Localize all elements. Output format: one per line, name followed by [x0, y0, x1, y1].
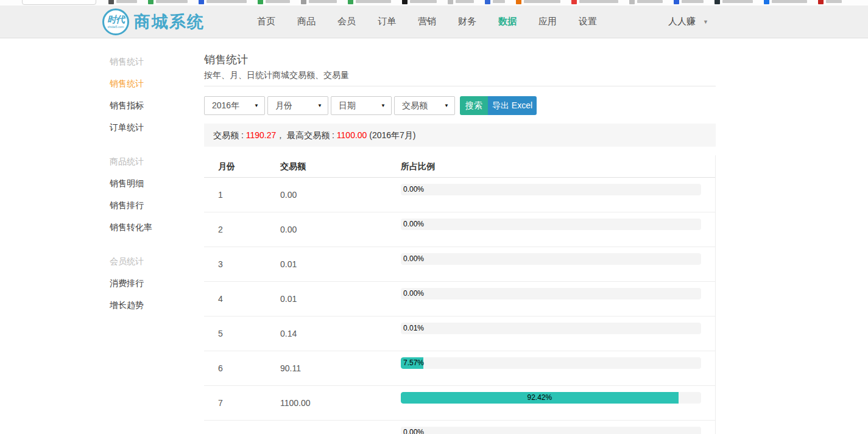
col-header-month: 月份 [204, 155, 280, 177]
bookmark-item[interactable] [571, 0, 618, 4]
cell-amount: 0.00 [280, 178, 401, 212]
page-title: 销售统计 [204, 54, 716, 66]
percent-bar-label: 92.42% [401, 393, 679, 403]
bookmark-label [524, 0, 560, 3]
metric-select[interactable]: 交易额 ▼ [394, 96, 455, 115]
table-row: 50.140.01% [204, 317, 715, 351]
table-row: 10.000.00% [204, 178, 715, 212]
nav-item-应用[interactable]: 应用 [528, 16, 568, 27]
sidebar-item-销售指标[interactable]: 销售指标 [110, 94, 195, 116]
nav-item-首页[interactable]: 首页 [246, 16, 286, 27]
bookmark-item[interactable] [674, 0, 704, 4]
bookmark-item[interactable] [448, 0, 474, 4]
bookmark-favicon-icon [108, 0, 114, 4]
sidebar-item-销售明细[interactable]: 销售明细 [110, 172, 195, 194]
user-menu-label: 人人赚 [668, 16, 696, 27]
chevron-down-icon: ▼ [317, 97, 322, 114]
bookmark-item[interactable] [764, 0, 807, 4]
year-select[interactable]: 2016年 ▼ [204, 96, 265, 115]
sidebar-group-会员统计: 会员统计 [110, 250, 195, 272]
bookmark-label [206, 0, 247, 3]
bookmark-item[interactable] [108, 0, 137, 4]
percent-bar-track: 0.00% [401, 219, 701, 230]
export-excel-button[interactable]: 导出 Excel [488, 96, 537, 115]
percent-bar-label: 0.00% [403, 254, 424, 264]
bookmark-favicon-icon [402, 0, 408, 4]
bookmark-item[interactable] [485, 0, 505, 4]
browser-tab-remnant [22, 0, 96, 5]
col-header-amount: 交易额 [280, 155, 401, 177]
brand-name: 商城系统 [134, 11, 205, 33]
summary-max-value: 1100.00 [337, 130, 367, 140]
percent-bar-track: 7.57% [401, 357, 701, 369]
day-select[interactable]: 日期 ▼ [331, 96, 392, 115]
sidebar-item-销售排行[interactable]: 销售排行 [110, 194, 195, 216]
chevron-down-icon: ▼ [381, 97, 386, 114]
cell-amount: 0.14 [280, 317, 401, 351]
sidebar-item-销售转化率[interactable]: 销售转化率 [110, 216, 195, 238]
bookmark-label [579, 0, 618, 3]
year-select-value: 2016年 [212, 100, 239, 110]
bookmark-label [116, 0, 137, 3]
bookmark-favicon-icon [674, 0, 679, 4]
bookmark-item[interactable] [301, 0, 337, 4]
bookmark-label [356, 0, 391, 3]
brand-logo[interactable]: 时代 shidai5.com 商城系统 [102, 9, 205, 35]
nav-item-设置[interactable]: 设置 [568, 16, 608, 27]
sidebar-item-订单统计[interactable]: 订单统计 [110, 116, 195, 138]
logo-badge-icon: 时代 shidai5.com [102, 9, 129, 35]
nav-item-数据[interactable]: 数据 [487, 16, 528, 27]
user-menu[interactable]: 人人赚 ▼ [668, 16, 708, 27]
title-divider [204, 86, 716, 86]
table-row: 40.010.00% [204, 282, 715, 317]
bookmark-item[interactable] [148, 0, 188, 4]
sidebar: 销售统计销售统计销售指标订单统计商品统计销售明细销售排行销售转化率会员统计消费排… [110, 38, 195, 316]
bookmark-item[interactable] [199, 0, 247, 4]
nav-item-财务[interactable]: 财务 [447, 16, 487, 27]
cell-month: 6 [204, 351, 280, 385]
bookmark-favicon-icon [348, 0, 353, 4]
cell-percent: 0.00% [401, 178, 701, 212]
bookmark-item[interactable] [516, 0, 560, 4]
percent-bar-track: 0.00% [401, 288, 701, 299]
bookmark-label [456, 0, 474, 3]
bookmark-item[interactable] [818, 0, 842, 4]
sidebar-item-销售统计[interactable]: 销售统计 [110, 72, 195, 94]
sidebar-item-消费排行[interactable]: 消费排行 [110, 272, 195, 294]
summary-max-label: ， 最高交易额 : [276, 130, 337, 140]
search-button[interactable]: 搜索 [460, 96, 488, 115]
table-header: 月份 交易额 所占比例 [204, 155, 715, 178]
bookmark-item[interactable] [348, 0, 391, 4]
chevron-down-icon: ▼ [444, 97, 449, 114]
nav-item-订单[interactable]: 订单 [367, 16, 407, 27]
bookmark-label [637, 0, 663, 3]
cell-amount: 90.11 [280, 351, 401, 385]
sidebar-item-增长趋势[interactable]: 增长趋势 [110, 294, 195, 316]
chevron-down-icon: ▼ [703, 19, 708, 25]
bookmark-item[interactable] [258, 0, 290, 4]
table-row: 0.00% [204, 421, 715, 434]
cell-percent: 0.01% [401, 317, 701, 351]
bookmark-item[interactable] [402, 0, 437, 4]
bookmark-item[interactable] [629, 0, 663, 4]
cell-amount: 0.01 [280, 247, 401, 281]
nav-item-商品[interactable]: 商品 [286, 16, 326, 27]
nav-item-营销[interactable]: 营销 [407, 16, 447, 27]
cell-month: 1 [204, 178, 280, 212]
bookmark-favicon-icon [448, 0, 453, 4]
cell-amount [280, 421, 401, 434]
percent-bar-label: 0.00% [403, 289, 424, 299]
percent-bar-label: 0.00% [403, 184, 424, 195]
month-select[interactable]: 月份 ▼ [267, 96, 328, 115]
nav-item-会员[interactable]: 会员 [326, 16, 367, 27]
bookmark-label [682, 0, 704, 3]
percent-bar-track: 0.01% [401, 323, 701, 334]
cell-amount: 0.00 [280, 212, 401, 247]
cell-month: 4 [204, 282, 280, 316]
percent-bar-track: 0.00% [401, 184, 701, 195]
bookmark-item[interactable] [715, 0, 753, 4]
logo-badge-text: 时代 [107, 15, 124, 24]
browser-bookmarks-bar [0, 0, 868, 5]
percent-bar-track: 92.42% [401, 392, 701, 404]
percent-bar-label: 0.01% [403, 323, 424, 334]
